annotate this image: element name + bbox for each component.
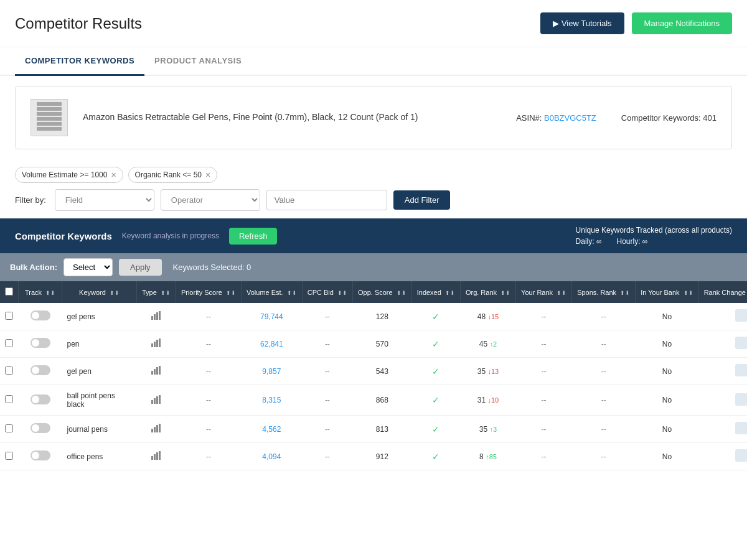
volume-link-5[interactable]: 4,094 [262,452,281,461]
table-row: gel pen -- 9,857 -- 543 ✓ 35 ↓13 -- -- N… [0,358,747,385]
analysis-status: Keyword analysis in progress [122,231,219,240]
filter-tag-organic-rank: Organic Rank <= 50 × [128,167,218,183]
row-spons-rank-1: -- [572,330,636,358]
add-filter-button[interactable]: Add Filter [393,190,451,210]
volume-link-4[interactable]: 4,562 [262,425,281,434]
rank-change-btn-1[interactable] [735,337,747,349]
filter-tag-organic-rank-remove[interactable]: × [205,170,210,180]
rank-change-btn-5[interactable] [735,449,747,462]
filter-operator-select[interactable]: Operator [161,189,260,211]
view-tutorials-button[interactable]: ▶ View Tutorials [540,12,624,34]
svg-rect-7 [154,314,156,320]
track-toggle-1[interactable] [31,338,50,348]
col-cpc-bid[interactable]: CPC Bid ⬆⬇ [302,281,352,303]
col-org-rank[interactable]: Org. Rank ⬆⬇ [460,281,515,303]
org-change-icon-4: ↑3 [490,426,497,433]
volume-link-1[interactable]: 62,841 [260,340,283,348]
filter-row: Filter by: Field Operator Add Filter [15,189,732,211]
product-image [31,99,68,136]
select-all-checkbox[interactable] [5,287,13,296]
row-track-3 [19,385,62,416]
track-toggle-5[interactable] [31,450,50,460]
row-keyword-2: gel pen [62,358,137,385]
tab-product-analysis[interactable]: PRODUCT ANALYSIS [144,47,251,76]
svg-rect-26 [151,456,153,460]
daily-stat: Daily: ∞ [576,237,602,246]
svg-rect-20 [156,396,158,404]
row-spons-rank-0: -- [572,303,636,330]
table-header-bar: Competitor Keywords Keyword analysis in … [0,218,747,253]
col-track[interactable]: Track ⬆⬇ [19,281,62,303]
col-opp-score[interactable]: Opp. Score ⬆⬇ [353,281,412,303]
col-indexed[interactable]: Indexed ⬆⬇ [411,281,460,303]
asin-link[interactable]: B0BZVGC5TZ [544,113,596,123]
svg-rect-9 [159,311,161,320]
filter-tag-volume-remove[interactable]: × [111,170,116,180]
col-your-rank[interactable]: Your Rank ⬆⬇ [516,281,572,303]
row-org-rank-2: 35 ↓13 [460,358,515,385]
row-priority-1: -- [176,330,241,358]
rank-change-btn-2[interactable] [735,364,747,376]
row-checkbox-0[interactable] [5,312,13,320]
rank-change-btn-0[interactable] [735,309,747,322]
col-rank-change-alerts[interactable]: Rank Change Alerts ⬆⬇ [698,281,747,303]
active-filters: Volume Estimate >= 1000 × Organic Rank <… [15,167,732,183]
svg-rect-23 [154,427,156,432]
row-checkbox-5[interactable] [5,452,13,460]
keyword-table-wrap: Track ⬆⬇ Keyword ⬆⬇ Type ⬆⬇ Priority Sco… [0,281,747,470]
row-keyword-1: pen [62,330,137,358]
filter-value-input[interactable] [266,190,387,210]
row-checkbox-4[interactable] [5,424,13,432]
row-volume-2: 9,857 [241,358,302,385]
track-toggle-2[interactable] [31,365,50,375]
svg-rect-12 [156,340,158,347]
track-toggle-3[interactable] [31,394,50,404]
row-checkbox-cell [0,443,19,470]
col-type[interactable]: Type ⬆⬇ [137,281,176,303]
row-priority-3: -- [176,385,241,416]
col-spons-rank[interactable]: Spons. Rank ⬆⬇ [572,281,636,303]
row-spons-rank-3: -- [572,385,636,416]
row-track-4 [19,416,62,443]
row-checkbox-1[interactable] [5,339,13,347]
refresh-button[interactable]: Refresh [229,228,278,245]
filter-field-select[interactable]: Field [55,189,154,211]
manage-notifications-button[interactable]: Manage Notifications [632,12,732,34]
row-volume-5: 4,094 [241,443,302,470]
row-in-bank-5: No [636,443,698,470]
bulk-action-select[interactable]: Select [63,258,113,276]
apply-button[interactable]: Apply [119,259,162,276]
rank-change-btn-3[interactable] [735,393,747,406]
volume-link-2[interactable]: 9,857 [262,367,281,376]
row-volume-4: 4,562 [241,416,302,443]
row-org-rank-3: 31 ↓10 [460,385,515,416]
table-row: office pens -- 4,094 -- 912 ✓ 8 ↑85 -- -… [0,443,747,470]
row-checkbox-cell [0,385,19,416]
row-cpc-3: -- [302,385,352,416]
type-chart-icon-1 [151,339,161,349]
row-rank-change-5 [698,443,747,470]
row-priority-0: -- [176,303,241,330]
row-in-bank-4: No [636,416,698,443]
col-in-your-bank[interactable]: In Your Bank ⬆⬇ [636,281,698,303]
row-priority-2: -- [176,358,241,385]
row-type-1 [137,330,176,358]
track-toggle-0[interactable] [31,310,50,320]
rank-change-btn-4[interactable] [735,422,747,434]
col-volume-est[interactable]: Volume Est. ⬆⬇ [241,281,302,303]
row-checkbox-3[interactable] [5,395,13,403]
col-priority-score[interactable]: Priority Score ⬆⬇ [176,281,241,303]
tab-competitor-keywords[interactable]: COMPETITOR KEYWORDS [15,47,144,76]
bulk-action-label: Bulk Action: [10,263,57,272]
volume-link-0[interactable]: 79,744 [260,312,283,321]
row-checkbox-cell [0,303,19,330]
volume-link-3[interactable]: 8,315 [262,396,281,404]
track-toggle-4[interactable] [31,423,50,433]
row-track-5 [19,443,62,470]
col-keyword[interactable]: Keyword ⬆⬇ [62,281,137,303]
bulk-action-bar: Bulk Action: Select Apply Keywords Selec… [0,253,747,281]
row-indexed-3: ✓ [411,385,460,416]
row-cpc-5: -- [302,443,352,470]
row-checkbox-2[interactable] [5,366,13,375]
svg-rect-14 [151,371,153,375]
